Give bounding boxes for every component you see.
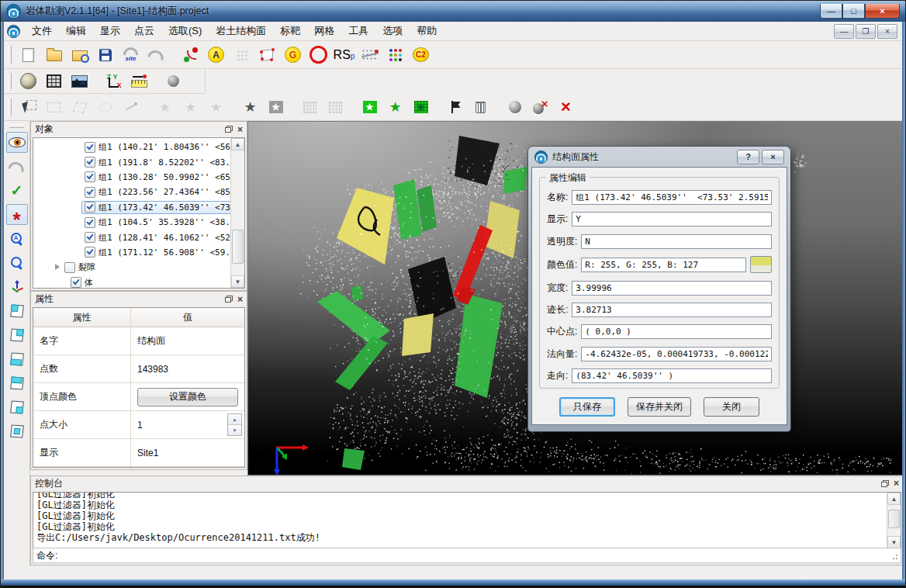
color-swatch-button[interactable] <box>750 256 772 273</box>
rsp-tool-icon[interactable]: RSp <box>332 43 356 66</box>
mesh-cube-icon[interactable] <box>255 43 279 66</box>
scroll-thumb[interactable] <box>232 230 244 264</box>
plane-yellow-left[interactable] <box>337 188 394 265</box>
dialog-titlebar[interactable]: 结构面属性 ?× <box>531 147 787 167</box>
toolbar-grip[interactable] <box>9 124 25 128</box>
prop-value-text[interactable]: 1 <box>137 420 143 431</box>
panel-close-icon[interactable]: × <box>237 295 243 304</box>
plane-green-a[interactable] <box>393 179 422 240</box>
axes-3d-icon[interactable] <box>6 276 28 297</box>
dialog-field-normal-vector[interactable] <box>581 347 772 361</box>
menu-item-0[interactable]: 文件 <box>25 22 59 40</box>
dialog-field-strike[interactable] <box>572 368 772 383</box>
axes-zyx-icon[interactable]: ZYX <box>102 70 126 92</box>
terrain-view-icon[interactable] <box>67 70 92 92</box>
panel-float-icon[interactable] <box>881 480 889 487</box>
tree-item[interactable]: 组1 (128.41' 46.1062'' <52.2… <box>33 230 231 244</box>
minimize-button[interactable]: — <box>820 4 842 19</box>
cube-view-2-icon[interactable] <box>6 324 28 345</box>
menu-item-6[interactable]: 标靶 <box>273 22 307 40</box>
scroll-up-icon[interactable]: ▲ <box>887 493 901 505</box>
help-button[interactable]: ? <box>737 150 759 164</box>
globe-view-icon[interactable] <box>16 70 40 92</box>
menu-item-5[interactable]: 岩土结构面 <box>209 22 273 40</box>
curve-arrow-icon[interactable] <box>144 43 168 66</box>
star-apply-icon[interactable]: ★ <box>238 96 262 119</box>
plane-dark-top[interactable] <box>455 136 500 185</box>
save-icon[interactable] <box>93 43 117 66</box>
dialog-field-transparency[interactable] <box>581 234 772 249</box>
point-size-spinner[interactable]: ▲▼ <box>227 413 242 436</box>
dialog-field-width[interactable] <box>572 281 772 296</box>
tree-item[interactable]: 组1 (191.8' 8.52202'' <83.23' … <box>33 154 231 169</box>
menu-item-7[interactable]: 网格 <box>307 22 341 40</box>
curve-fit-icon[interactable] <box>6 156 28 177</box>
register-points-icon[interactable] <box>178 43 202 66</box>
c2-tool-icon[interactable]: C2 <box>409 43 433 66</box>
tree-item[interactable]: 组1 (104.5' 35.3928'' <38.12' … <box>33 215 231 230</box>
cube-view-6-icon[interactable] <box>6 420 28 441</box>
confirm-check-icon[interactable]: ✓ <box>6 180 28 201</box>
toolbar-grip[interactable] <box>8 99 12 116</box>
delete-trash-icon[interactable] <box>469 96 493 119</box>
toolbar-grip[interactable] <box>8 46 12 64</box>
tree-item-checkbox[interactable] <box>85 232 95 243</box>
scroll-down-icon[interactable]: ▼ <box>231 275 244 288</box>
properties-panel-header[interactable]: 属性 × <box>31 292 247 306</box>
o-tool-icon[interactable] <box>306 43 330 66</box>
spin-up-icon[interactable]: ▲ <box>228 414 241 425</box>
spin-down-icon[interactable]: ▼ <box>228 425 241 435</box>
new-file-icon[interactable] <box>16 43 40 66</box>
panel-float-icon[interactable] <box>225 126 233 133</box>
structure-add-icon[interactable]: ★ <box>358 96 382 119</box>
window-titlebar[interactable]: 岩体勘测V2.1.1[64] - [Site1]-结构面.project —□× <box>1 1 905 22</box>
tree-item-checkbox[interactable] <box>64 262 75 273</box>
plane-green-top[interactable] <box>503 167 527 194</box>
cube-view-1-icon[interactable] <box>6 300 28 321</box>
save-and-close-button[interactable]: 保存并关闭 <box>628 397 691 417</box>
close-dialog-button[interactable]: 关闭 <box>704 397 759 417</box>
menu-item-2[interactable]: 显示 <box>93 22 127 40</box>
resize-grip[interactable] <box>890 552 898 560</box>
tree-item-checkbox[interactable] <box>85 187 95 198</box>
tree-item-checkbox[interactable] <box>85 157 95 168</box>
cube-view-5-icon[interactable] <box>6 396 28 417</box>
console-scrollbar[interactable]: ▲ ▼ <box>887 493 901 548</box>
cube-view-4-icon[interactable] <box>6 372 28 393</box>
objects-panel-header[interactable]: 对象 × <box>31 122 247 137</box>
set-color-button[interactable]: 设置颜色 <box>137 388 238 406</box>
console-log[interactable]: [GL过滤器]初始化[GL过滤器]初始化[GL过滤器]初始化[GL过滤器]初始化… <box>33 492 901 549</box>
zoom-all-icon[interactable]: A <box>6 228 28 249</box>
close-button[interactable]: × <box>865 4 900 19</box>
color-grid-icon[interactable] <box>383 43 407 66</box>
mdi-close-button[interactable]: × <box>877 24 897 39</box>
expand-icon[interactable] <box>54 264 61 271</box>
measure-ruler-icon[interactable] <box>127 70 151 92</box>
tree-item[interactable]: 组1 (173.42' 46.5039'' <73.5… <box>33 200 231 215</box>
plane-yellow-small[interactable] <box>402 313 434 356</box>
mdi-restore-button[interactable]: ❐ <box>856 24 876 39</box>
tree-item[interactable]: 组1 (140.21' 1.80436'' <56.3… <box>33 140 231 154</box>
tree-item[interactable]: 裂隙 <box>33 260 231 275</box>
grid-view-icon[interactable] <box>42 70 66 92</box>
menu-item-4[interactable]: 选取(S) <box>161 22 209 40</box>
open-search-icon[interactable] <box>67 43 92 66</box>
tree-item-checkbox[interactable] <box>85 247 95 258</box>
mdi-app-icon[interactable] <box>7 25 20 38</box>
flag-mark-icon[interactable] <box>443 96 467 119</box>
cube-view-3-icon[interactable] <box>6 348 28 369</box>
mdi-minimize-button[interactable]: — <box>834 24 854 39</box>
panel-close-icon[interactable]: × <box>894 479 899 488</box>
sphere-delete-icon[interactable]: × <box>528 96 552 119</box>
tree-item-checkbox[interactable] <box>85 171 95 182</box>
tree-item-checkbox[interactable] <box>85 142 95 153</box>
dialog-field-trace-length[interactable] <box>572 303 772 317</box>
dialog-field-center-point[interactable] <box>581 324 772 339</box>
tree-item[interactable]: 体 <box>33 275 231 288</box>
panel-float-icon[interactable] <box>225 296 233 303</box>
tree-item-checkbox[interactable] <box>85 217 95 228</box>
close-button[interactable]: × <box>762 150 784 164</box>
dialog-field-name[interactable] <box>572 190 772 205</box>
g-tool-icon[interactable]: G <box>281 43 305 66</box>
console-panel-header[interactable]: 控制台 × <box>31 476 903 490</box>
